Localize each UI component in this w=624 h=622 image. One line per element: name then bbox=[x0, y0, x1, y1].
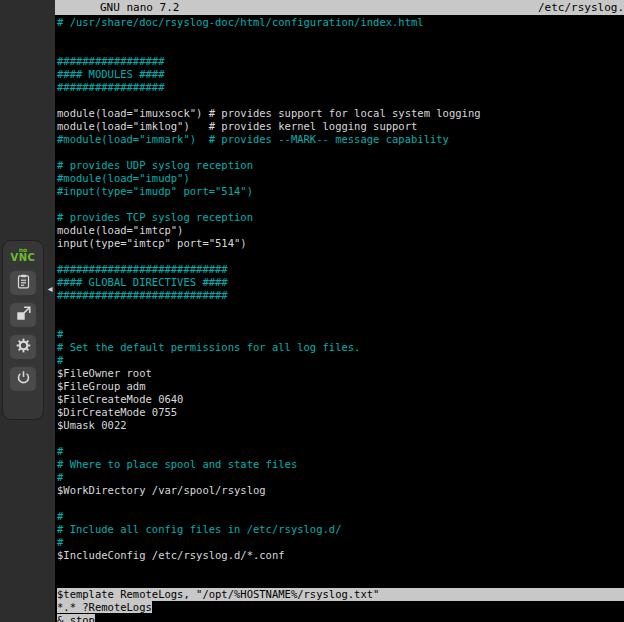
editor-line: $FileCreateMode 0640 bbox=[57, 393, 624, 406]
editor-line bbox=[57, 146, 624, 159]
novnc-logo: no VNC bbox=[11, 247, 36, 263]
editor-text-area[interactable]: # /usr/share/doc/rsyslog-doc/html/config… bbox=[57, 16, 624, 622]
editor-line: # bbox=[57, 536, 624, 549]
toolbar-collapse-handle[interactable]: ◂ bbox=[44, 278, 56, 298]
novnc-control-bar: no VNC bbox=[2, 240, 44, 420]
editor-line: #module(load="imudp") bbox=[57, 172, 624, 185]
editor-line: # Where to place spool and state files bbox=[57, 458, 624, 471]
editor-line: $Umask 0022 bbox=[57, 419, 624, 432]
editor-line: input(type="imtcp" port="514") bbox=[57, 237, 624, 250]
clipboard-icon bbox=[16, 274, 31, 293]
editor-line: module(load="imtcp") bbox=[57, 224, 624, 237]
editor-line: $FileGroup adm bbox=[57, 380, 624, 393]
editor-line bbox=[57, 250, 624, 263]
terminal-window[interactable]: GNU nano 7.2 /etc/rsyslog. # /usr/share/… bbox=[55, 0, 624, 622]
clipboard-button[interactable] bbox=[10, 271, 36, 295]
editor-line: #### GLOBAL DIRECTIVES #### bbox=[57, 276, 624, 289]
editor-line bbox=[57, 198, 624, 211]
editor-line: ########################### bbox=[57, 289, 624, 302]
editor-line: $DirCreateMode 0755 bbox=[57, 406, 624, 419]
editor-line: $IncludeConfig /etc/rsyslog.d/*.conf bbox=[57, 549, 624, 562]
editor-line: # provides UDP syslog reception bbox=[57, 159, 624, 172]
editor-line: & stop bbox=[57, 614, 624, 622]
editor-line: ################# bbox=[57, 81, 624, 94]
editor-line bbox=[57, 575, 624, 588]
editor-line: # Set the default permissions for all lo… bbox=[57, 341, 624, 354]
collapse-arrow-icon: ◂ bbox=[47, 283, 52, 294]
editor-line: # bbox=[57, 510, 624, 523]
editor-line: #### MODULES #### bbox=[57, 68, 624, 81]
editor-line: $WorkDirectory /var/spool/rsyslog bbox=[57, 484, 624, 497]
editor-line: module(load="imuxsock") # provides suppo… bbox=[57, 107, 624, 120]
nano-filename: /etc/rsyslog. bbox=[538, 0, 624, 15]
editor-line: # provides TCP syslog reception bbox=[57, 211, 624, 224]
editor-line: # Include all config files in /etc/rsysl… bbox=[57, 523, 624, 536]
editor-line: # bbox=[57, 328, 624, 341]
novnc-logo-vnc: VNC bbox=[11, 253, 36, 263]
gear-icon bbox=[16, 338, 31, 357]
editor-line: #input(type="imudp" port="514") bbox=[57, 185, 624, 198]
editor-line bbox=[57, 302, 624, 315]
editor-line: # /usr/share/doc/rsyslog-doc/html/config… bbox=[57, 16, 624, 29]
editor-line bbox=[57, 315, 624, 328]
power-button[interactable] bbox=[10, 367, 36, 391]
editor-line: # bbox=[57, 445, 624, 458]
editor-line bbox=[57, 562, 624, 575]
editor-line: #module(load="immark") # provides --MARK… bbox=[57, 133, 624, 146]
fullscreen-icon bbox=[16, 306, 31, 325]
fullscreen-button[interactable] bbox=[10, 303, 36, 327]
editor-line: ################# bbox=[57, 55, 624, 68]
editor-line bbox=[57, 497, 624, 510]
editor-line bbox=[57, 432, 624, 445]
nano-version-title: GNU nano 7.2 bbox=[100, 0, 179, 15]
editor-line: $FileOwner root bbox=[57, 367, 624, 380]
editor-line: $template RemoteLogs, "/opt/%HOSTNAME%/r… bbox=[57, 588, 624, 601]
editor-line bbox=[57, 29, 624, 42]
power-icon bbox=[16, 370, 31, 389]
editor-line bbox=[57, 94, 624, 107]
editor-line: *.* ?RemoteLogs bbox=[57, 601, 624, 614]
editor-line bbox=[57, 42, 624, 55]
editor-line: ########################### bbox=[57, 263, 624, 276]
editor-line: module(load="imklog") # provides kernel … bbox=[57, 120, 624, 133]
editor-line: # bbox=[57, 471, 624, 484]
editor-line: # bbox=[57, 354, 624, 367]
settings-button[interactable] bbox=[10, 335, 36, 359]
nano-titlebar: GNU nano 7.2 /etc/rsyslog. bbox=[55, 0, 624, 15]
